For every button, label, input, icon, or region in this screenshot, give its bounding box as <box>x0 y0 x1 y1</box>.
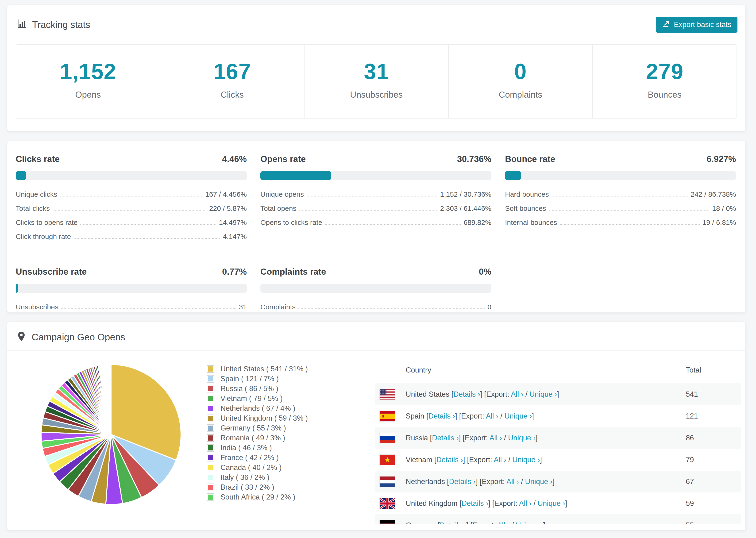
vn-flag-icon <box>379 455 395 465</box>
table-row: Vietnam [Details ›] [Export: All › / Uni… <box>375 449 741 471</box>
rate-detail-value: 19 / 6.81% <box>702 219 736 226</box>
tracking-stats-card: Tracking stats Export basic stats 1,152 … <box>7 5 746 132</box>
dotted-leader <box>325 224 460 225</box>
dotted-leader <box>53 210 206 211</box>
ru-flag-icon <box>379 433 395 443</box>
details-link[interactable]: Details › <box>461 499 488 508</box>
rate-detail-row: Complaints0 <box>260 303 491 311</box>
country-cell: Vietnam [Details ›] [Export: All › / Uni… <box>406 456 682 464</box>
export-unique-link[interactable]: Unique › <box>538 499 565 508</box>
dotted-leader <box>60 196 202 196</box>
legend-label: India ( 46 / 3% ) <box>220 444 272 452</box>
stat-opens: 1,152 Opens <box>16 45 160 118</box>
legend-item[interactable]: Romania ( 49 / 3% ) <box>207 433 375 443</box>
stat-clicks: 167 Clicks <box>160 45 304 118</box>
export-unique-link[interactable]: Unique › <box>529 390 557 398</box>
unsubscribe-rate-bar <box>16 284 247 293</box>
legend-item[interactable]: Spain ( 121 / 7% ) <box>207 374 375 384</box>
legend-item[interactable]: South Africa ( 29 / 2% ) <box>207 492 375 502</box>
legend-item[interactable]: Brazil ( 33 / 2% ) <box>207 482 375 492</box>
legend-item[interactable]: India ( 46 / 3% ) <box>207 443 375 453</box>
tracking-stats-header: Tracking stats Export basic stats <box>7 5 745 32</box>
export-all-link[interactable]: All › <box>519 499 531 508</box>
country-cell: Spain [Details ›] [Export: All › / Uniqu… <box>406 412 682 420</box>
rate-detail-row: Unique clicks167 / 4.456% <box>16 190 247 198</box>
country-cell: Russia [Details ›] [Export: All › / Uniq… <box>406 434 682 442</box>
total-cell: 67 <box>682 477 741 486</box>
opens-rate-bar <box>260 171 491 180</box>
export-basic-stats-button[interactable]: Export basic stats <box>656 17 737 32</box>
dotted-leader <box>80 224 216 225</box>
legend-item[interactable]: Canada ( 40 / 2% ) <box>207 463 375 472</box>
export-unique-link[interactable]: Unique › <box>525 477 553 486</box>
details-link[interactable]: Details › <box>449 477 476 486</box>
rate-detail-label: Complaints <box>260 303 296 311</box>
rate-detail-row: Unsubscribes31 <box>16 303 247 311</box>
rate-detail-label: Soft bounces <box>505 204 546 212</box>
clicks-rate-block: Clicks rate4.46% Unique clicks167 / 4.45… <box>16 154 247 247</box>
export-all-link[interactable]: All › <box>511 390 523 398</box>
stat-complaints: 0 Complaints <box>448 45 592 118</box>
details-link[interactable]: Details › <box>436 456 463 464</box>
rate-detail-label: Total clicks <box>16 204 50 212</box>
legend-label: Russia ( 86 / 5% ) <box>220 385 278 393</box>
table-row: United Kingdom [Details ›] [Export: All … <box>375 493 741 514</box>
rate-detail-row: Hard bounces242 / 86.738% <box>505 190 736 198</box>
dotted-leader <box>298 308 485 309</box>
legend-swatch <box>207 464 214 471</box>
legend-item[interactable]: Italy ( 36 / 2% ) <box>207 472 375 482</box>
clicks-rate-title: Clicks rate <box>16 154 60 164</box>
rate-detail-value: 689.82% <box>464 219 491 226</box>
rate-detail-row: Total opens2,303 / 61.446% <box>260 204 491 212</box>
country-cell: Netherlands [Details ›] [Export: All › /… <box>406 477 682 486</box>
legend-swatch <box>207 365 214 373</box>
legend-item[interactable]: Germany ( 55 / 3% ) <box>207 423 375 433</box>
export-all-link[interactable]: All › <box>486 412 498 420</box>
details-link[interactable]: Details › <box>453 390 480 398</box>
export-unique-link[interactable]: Unique › <box>516 521 543 524</box>
page-title: Tracking stats <box>32 20 90 30</box>
legend-item[interactable]: Russia ( 86 / 5% ) <box>207 384 375 394</box>
export-all-link[interactable]: All › <box>490 434 502 442</box>
details-link[interactable]: Details › <box>428 412 455 420</box>
legend-swatch <box>207 454 214 461</box>
legend-label: Brazil ( 33 / 2% ) <box>220 483 274 492</box>
unsubscribe-rate-title: Unsubscribe rate <box>16 267 87 277</box>
legend-swatch <box>207 414 214 422</box>
legend-item[interactable]: Netherlands ( 67 / 4% ) <box>207 404 375 413</box>
export-unique-link[interactable]: Unique › <box>512 456 540 464</box>
legend-item[interactable]: Vietnam ( 79 / 5% ) <box>207 394 375 404</box>
rate-detail-value: 0 <box>487 303 491 311</box>
legend-swatch <box>207 493 214 501</box>
export-unique-link[interactable]: Unique › <box>508 434 536 442</box>
rate-detail-label: Clicks to opens rate <box>16 219 78 226</box>
total-cell: 79 <box>682 456 741 464</box>
legend-item[interactable]: United States ( 541 / 31% ) <box>207 364 375 374</box>
export-all-link[interactable]: All › <box>507 477 519 486</box>
stat-unsubscribes: 31 Unsubscribes <box>304 45 448 118</box>
opens-rate-title: Opens rate <box>260 154 306 164</box>
details-link[interactable]: Details › <box>432 434 459 442</box>
rate-detail-label: Unique opens <box>260 190 304 198</box>
geo-section-title: Campaign Geo Opens <box>32 332 125 342</box>
legend-item[interactable]: United Kingdom ( 59 / 3% ) <box>207 413 375 423</box>
total-cell: 55 <box>682 521 741 524</box>
nl-flag-icon <box>379 476 395 487</box>
legend-label: United Kingdom ( 59 / 3% ) <box>220 414 308 422</box>
rate-detail-label: Click through rate <box>16 233 71 241</box>
export-unique-link[interactable]: Unique › <box>504 412 532 420</box>
complaints-count: 0 <box>449 59 592 84</box>
opens-label: Opens <box>16 90 160 100</box>
bounces-label: Bounces <box>593 90 736 100</box>
rate-detail-row: Internal bounces19 / 6.81% <box>505 219 736 226</box>
export-all-link[interactable]: All › <box>497 521 510 524</box>
complaints-rate-value: 0% <box>479 267 491 277</box>
rate-detail-row: Soft bounces18 / 0% <box>505 204 736 212</box>
details-link[interactable]: Details › <box>440 521 466 524</box>
legend-item[interactable]: France ( 42 / 2% ) <box>207 453 375 463</box>
rate-detail-row: Unique opens1,152 / 30.736% <box>260 190 491 198</box>
dotted-leader <box>74 238 220 239</box>
clicks-label: Clicks <box>160 90 304 100</box>
export-all-link[interactable]: All › <box>494 456 506 464</box>
rate-detail-label: Opens to clicks rate <box>260 219 322 226</box>
